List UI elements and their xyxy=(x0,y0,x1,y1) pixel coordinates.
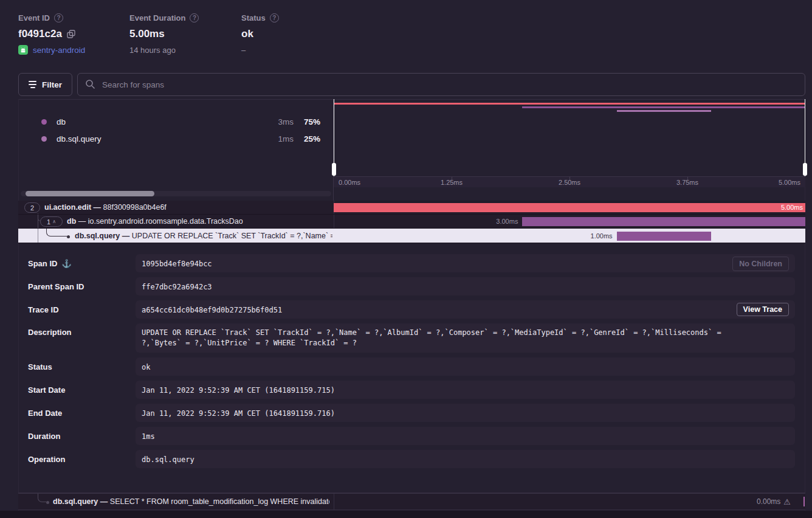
trace-id-value: a654cc61dc0b48ef9d0b27275b6f0d51 View Tr… xyxy=(136,300,795,319)
axis-tick: 2.50ms xyxy=(559,179,580,186)
detail-row-parent-span-id: Parent Span ID ffe7dbc92a6942c3 xyxy=(0,277,812,295)
help-icon[interactable]: ? xyxy=(54,13,63,22)
parent-span-id-value: ffe7dbc92a6942c3 xyxy=(136,277,795,295)
detail-label: Duration xyxy=(28,432,60,441)
filter-icon xyxy=(29,81,36,88)
horizontal-scrollbar-thumb[interactable] xyxy=(26,191,154,196)
detail-row-start-date: Start Date Jan 11, 2022 9:52:39 AM CET (… xyxy=(0,381,812,399)
span-track: 3.00ms xyxy=(334,215,805,228)
detail-row-span-id: Span ID ⚓ 1095bd4ef8e94bcc No Children xyxy=(0,254,812,272)
detail-label: Span ID xyxy=(28,259,57,268)
span-duration: 1.00ms xyxy=(591,229,613,243)
span-row-db-sql-query-selected[interactable]: db.sql.query — UPDATE OR REPLACE `Track`… xyxy=(18,229,805,243)
detail-label: Start Date xyxy=(28,385,65,395)
help-icon[interactable]: ? xyxy=(190,13,199,22)
status-value: ok xyxy=(241,28,253,40)
span-op: db xyxy=(67,217,76,226)
legend-item-db-sql-query[interactable]: db.sql.query 1ms 25% xyxy=(18,130,333,147)
span-desc: io.sentry.android.roomsample.data.Tracks… xyxy=(88,217,243,226)
start-date-value: Jan 11, 2022 9:52:39 AM CET (1641891159.… xyxy=(136,381,795,399)
span-row-db[interactable]: 1 ∧ db — io.sentry.android.roomsample.da… xyxy=(18,215,805,229)
copy-icon[interactable] xyxy=(67,30,75,38)
duration-value: 1ms xyxy=(136,427,795,445)
minimap-bar-db xyxy=(522,106,805,108)
view-trace-button[interactable]: View Trace xyxy=(737,303,789,316)
minimap-bar-db-sql-query xyxy=(617,110,711,112)
tree-connector-curve xyxy=(38,494,46,502)
op-percentage: 75% xyxy=(298,117,320,126)
span-desc: UPDATE OR REPLACE `Track` SET `TrackId` … xyxy=(132,232,332,240)
separator: — xyxy=(100,497,108,506)
tree-connector-dot xyxy=(46,501,49,504)
span-duration: 3.00ms xyxy=(496,215,518,229)
axis-tick: 1.25ms xyxy=(441,179,463,186)
trace-minimap[interactable] xyxy=(334,99,805,176)
filter-button[interactable]: Filter xyxy=(18,73,72,96)
chevron-up-icon: ∧ xyxy=(52,219,56,224)
legend-item-db[interactable]: db 3ms 75% xyxy=(18,113,333,130)
span-duration: 5.00ms xyxy=(781,203,803,212)
description-value: UPDATE OR REPLACE `Track` SET `TrackId` … xyxy=(136,323,795,353)
span-op: db.sql.query xyxy=(75,232,120,240)
toolbar: Filter xyxy=(18,73,805,96)
axis-tick: 0.00ms xyxy=(339,179,360,186)
tree-connector xyxy=(38,213,38,214)
op-name: db xyxy=(57,117,66,126)
span-duration: 0.00ms xyxy=(757,497,780,506)
op-duration: 1ms xyxy=(249,134,294,143)
horizontal-scrollbar-track[interactable] xyxy=(21,191,331,196)
children-count-badge[interactable]: 1 ∧ xyxy=(40,216,63,227)
detail-row-description: Description UPDATE OR REPLACE `Track` SE… xyxy=(0,323,812,353)
detail-label: Status xyxy=(28,362,52,371)
event-duration-label: Event Duration xyxy=(129,13,185,22)
span-bar[interactable] xyxy=(522,217,805,226)
tree-connector-dot xyxy=(67,235,70,238)
detail-row-end-date: End Date Jan 11, 2022 9:52:39 AM CET (16… xyxy=(0,404,812,422)
separator: — xyxy=(78,217,86,226)
span-tree: 2 ui.action.edit — 88f300998a0b4e6f 5.00… xyxy=(18,201,805,243)
span-bar[interactable] xyxy=(617,232,711,241)
event-age: 14 hours ago xyxy=(129,46,199,55)
op-percentage: 25% xyxy=(298,134,320,143)
children-count-badge[interactable]: 2 xyxy=(24,202,40,213)
span-details: Span ID ⚓ 1095bd4ef8e94bcc No Children P… xyxy=(0,254,812,473)
search-input[interactable] xyxy=(77,73,805,96)
event-id-value: f0491c2a xyxy=(18,28,62,40)
anchor-icon[interactable]: ⚓ xyxy=(61,259,71,268)
span-track: 1.00ms xyxy=(334,229,805,243)
op-color-dot xyxy=(41,119,47,125)
warning-icon: ⚠ xyxy=(783,497,791,506)
separator: — xyxy=(94,203,102,212)
operations-breakdown: db 3ms 75% db.sql.query 1ms 25% xyxy=(18,99,334,201)
column-divider xyxy=(334,494,334,509)
event-id-label: Event ID xyxy=(18,13,50,22)
axis-tick: 3.75ms xyxy=(676,179,698,186)
span-bar[interactable]: 5.00ms xyxy=(334,203,805,212)
span-row-ui-action-edit[interactable]: 2 ui.action.edit — 88f300998a0b4e6f 5.00… xyxy=(18,201,805,215)
detail-row-duration: Duration 1ms xyxy=(0,427,812,445)
android-platform-icon xyxy=(18,45,28,55)
event-id-column: Event ID ? f0491c2a sentry-android xyxy=(18,13,85,55)
span-op: ui.action.edit xyxy=(44,203,91,212)
detail-row-status: Status ok xyxy=(0,357,812,376)
op-color-dot xyxy=(41,136,47,142)
detail-label: End Date xyxy=(28,409,62,418)
help-icon[interactable]: ? xyxy=(270,13,279,22)
span-op: db.sql.query xyxy=(53,497,98,506)
event-duration-column: Event Duration ? 5.00ms 14 hours ago xyxy=(129,13,199,55)
status-sub: – xyxy=(241,46,279,55)
event-duration-value: 5.00ms xyxy=(129,28,165,40)
time-axis: 0.00ms 1.25ms 2.50ms 3.75ms 5.00ms xyxy=(334,176,805,187)
viewport-handle-left[interactable] xyxy=(332,163,336,176)
tree-connector xyxy=(38,229,38,243)
span-row-db-sql-query-select[interactable]: db.sql.query — SELECT * FROM room_table_… xyxy=(18,493,805,510)
op-duration: 3ms xyxy=(249,117,294,126)
status-detail-value: ok xyxy=(136,357,795,376)
viewport-handle-right[interactable] xyxy=(803,163,807,176)
project-link[interactable]: sentry-android xyxy=(33,46,85,55)
span-id-value: 1095bd4ef8e94bcc No Children xyxy=(136,254,795,272)
span-desc: 88f300998a0b4e6f xyxy=(103,203,167,212)
no-children-badge[interactable]: No Children xyxy=(732,257,789,271)
detail-label: Description xyxy=(28,328,72,337)
operation-value: db.sql.query xyxy=(136,450,795,468)
